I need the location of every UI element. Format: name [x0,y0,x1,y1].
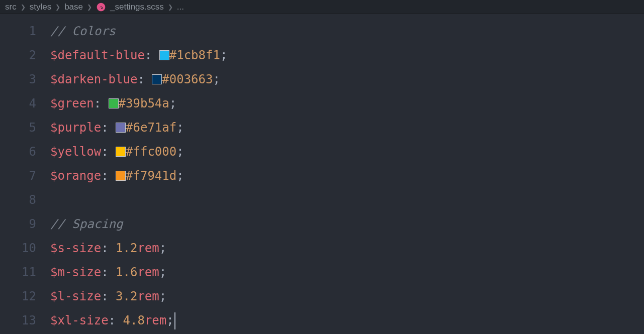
chevron-right-icon: ❯ [168,4,173,11]
line-number: 12 [0,284,50,308]
unit: rem [137,241,159,255]
color-value: #003663 [162,72,213,86]
breadcrumb-item-src[interactable]: src [5,2,17,12]
colon: : [94,96,109,110]
line-number: 11 [0,260,50,284]
color-value: #6e71af [126,121,176,135]
variable-name: $darken-blue [50,72,137,86]
variable-name: $purple [50,121,101,135]
line-number: 1 [0,19,50,43]
colon: : [137,72,152,86]
chevron-right-icon: ❯ [55,4,60,11]
code-line[interactable]: $green: #39b54a; [50,91,644,116]
line-number: 3 [0,67,50,91]
line-number: 5 [0,116,50,140]
color-value: #1cb8f1 [169,48,220,62]
code-line[interactable]: // Spacing [50,212,644,236]
semicolon: ; [213,72,220,86]
line-number: 13 [0,308,50,332]
line-number: 8 [0,188,50,212]
code-content[interactable]: // Colors$default-blue: #1cb8f1;$darken-… [50,14,644,334]
variable-name: $l-size [50,289,101,303]
code-line[interactable]: // Colors [50,19,644,43]
code-line[interactable]: $purple: #6e71af; [50,116,644,140]
chevron-right-icon: ❯ [21,4,26,11]
code-line[interactable]: $m-size: 1.6rem; [50,260,644,284]
semicolon: ; [176,121,183,135]
semicolon: ; [220,48,227,62]
color-value: #ffc000 [126,145,176,159]
breadcrumb-item-styles[interactable]: styles [30,2,51,12]
colon: : [101,289,116,303]
number-value: 1.6 [116,265,137,279]
variable-name: $xl-size [50,313,109,327]
colon: : [109,313,123,327]
comment-text: // Spacing [50,217,123,231]
color-value: #f7941d [126,169,176,183]
comment-text: // Colors [50,24,116,38]
breadcrumb-item-more[interactable]: ... [177,2,184,12]
code-line[interactable]: $orange: #f7941d; [50,164,644,188]
number-value: 1.2 [116,241,137,255]
colon: : [101,145,116,159]
colon: : [145,48,159,62]
color-swatch-icon[interactable] [116,147,126,157]
line-number: 2 [0,43,50,67]
color-swatch-icon[interactable] [116,171,126,181]
line-number: 7 [0,164,50,188]
code-line[interactable]: $yellow: #ffc000; [50,140,644,164]
code-editor[interactable]: 12345678910111213 // Colors$default-blue… [0,14,644,334]
colon: : [101,241,116,255]
sass-file-icon [96,2,106,12]
number-value: 3.2 [116,289,137,303]
colon: : [101,265,116,279]
color-swatch-icon[interactable] [116,123,126,133]
semicolon: ; [159,289,166,303]
color-swatch-icon[interactable] [159,50,169,60]
number-value: 4.8 [123,313,145,327]
colon: : [101,169,116,183]
color-value: #39b54a [119,96,169,110]
variable-name: $m-size [50,265,101,279]
variable-name: $yellow [50,145,101,159]
semicolon: ; [169,96,176,110]
variable-name: $s-size [50,241,101,255]
semicolon: ; [166,313,173,327]
variable-name: $orange [50,169,101,183]
color-swatch-icon[interactable] [152,74,162,84]
breadcrumb-item-file[interactable]: _settings.scss [110,2,164,12]
line-gutter: 12345678910111213 [0,14,50,334]
color-swatch-icon[interactable] [109,98,119,108]
unit: rem [137,265,159,279]
code-line[interactable]: $s-size: 1.2rem; [50,236,644,260]
line-number: 6 [0,140,50,164]
unit: rem [145,313,166,327]
semicolon: ; [176,145,183,159]
line-number: 10 [0,236,50,260]
text-cursor [174,312,175,329]
semicolon: ; [159,241,166,255]
breadcrumb-item-base[interactable]: base [64,2,83,12]
line-number: 9 [0,212,50,236]
code-line[interactable]: $l-size: 3.2rem; [50,284,644,308]
code-line[interactable]: $darken-blue: #003663; [50,67,644,91]
code-line[interactable]: $xl-size: 4.8rem; [50,308,644,332]
variable-name: $default-blue [50,48,145,62]
code-line[interactable] [50,188,644,212]
code-line[interactable]: $default-blue: #1cb8f1; [50,43,644,67]
chevron-right-icon: ❯ [87,4,92,11]
colon: : [101,121,116,135]
unit: rem [137,289,159,303]
semicolon: ; [159,265,166,279]
variable-name: $green [50,96,94,110]
breadcrumb[interactable]: src ❯ styles ❯ base ❯ _settings.scss ❯ .… [0,0,644,14]
line-number: 4 [0,91,50,116]
semicolon: ; [176,169,183,183]
